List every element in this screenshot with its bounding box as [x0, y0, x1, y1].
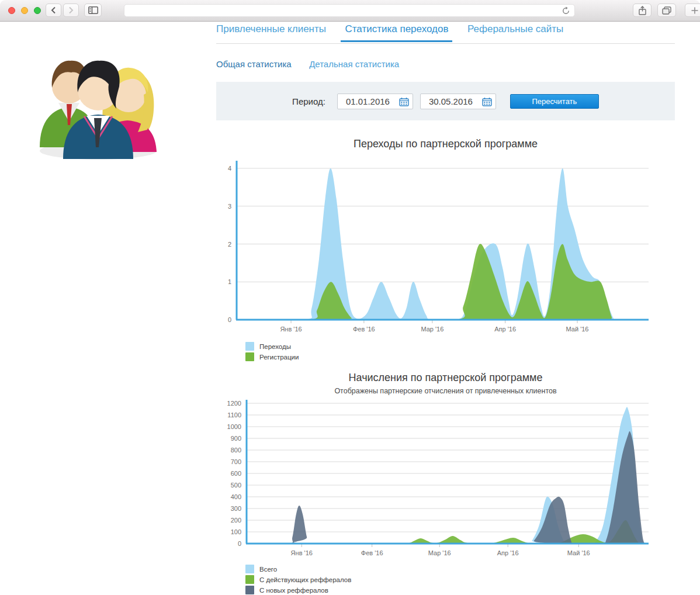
chevron-left-icon: [51, 6, 56, 14]
recalculate-button[interactable]: Пересчитать: [510, 94, 599, 109]
svg-text:200: 200: [231, 517, 241, 524]
period-bar: Период:: [216, 82, 675, 120]
svg-text:Апр '16: Апр '16: [497, 549, 519, 556]
share-button[interactable]: [633, 4, 652, 17]
legend-item: Переходы: [245, 342, 299, 351]
conversions-chart-legend: Переходы Регистрации: [245, 342, 299, 363]
svg-text:Май '16: Май '16: [566, 326, 589, 333]
refresh-icon[interactable]: [562, 6, 570, 15]
accruals-chart-title: Начисления по партнерской программе: [216, 372, 675, 384]
svg-text:Май '16: Май '16: [567, 549, 590, 556]
legend-swatch-green: [245, 352, 254, 361]
share-icon: [639, 6, 646, 15]
legend-swatch-blue: [245, 565, 254, 573]
close-icon[interactable]: [8, 7, 15, 14]
svg-text:800: 800: [231, 447, 241, 454]
legend-swatch-dark: [245, 586, 254, 594]
tab-referral-sites[interactable]: Реферальные сайты: [467, 23, 563, 42]
accruals-chart-subtitle: Отображены партнерские отчисления от при…: [216, 387, 675, 395]
back-button[interactable]: [46, 4, 61, 17]
svg-text:500: 500: [231, 482, 241, 489]
sidebar-icon: [88, 6, 98, 14]
svg-text:900: 900: [231, 435, 241, 442]
conversions-chart-title: Переходы по партнерской программе: [216, 138, 675, 150]
tab-overview-button[interactable]: [657, 4, 676, 17]
users-illustration: [28, 34, 162, 162]
svg-text:Мар '16: Мар '16: [421, 326, 443, 333]
svg-text:300: 300: [231, 505, 241, 512]
main-tabs: Привлеченные клиенты Статистика переходо…: [216, 23, 675, 44]
new-tab-button[interactable]: [685, 4, 700, 17]
url-input[interactable]: [129, 5, 552, 17]
legend-item: С новых реффералов: [245, 586, 351, 594]
svg-text:Фев '16: Фев '16: [353, 326, 375, 333]
svg-text:1200: 1200: [227, 400, 241, 407]
legend-swatch-blue: [245, 342, 254, 351]
address-bar[interactable]: [124, 4, 575, 17]
svg-text:2: 2: [228, 241, 231, 248]
plus-icon: [691, 7, 698, 14]
subtab-detailed-statistics[interactable]: Детальная статистика: [309, 59, 399, 69]
svg-text:1000: 1000: [227, 423, 241, 430]
svg-text:1100: 1100: [227, 411, 241, 418]
sidebar-button[interactable]: [84, 4, 102, 17]
chevron-right-icon: [68, 6, 74, 14]
svg-text:0: 0: [238, 540, 241, 547]
accruals-chart: 0100200300400500600700800900100011001200…: [216, 399, 675, 559]
svg-text:1: 1: [228, 278, 231, 285]
svg-text:700: 700: [231, 458, 241, 465]
calendar-icon[interactable]: [399, 97, 409, 106]
tab-attracted-clients[interactable]: Привлеченные клиенты: [216, 23, 326, 42]
sub-tabs: Общая статистика Детальная статистика: [216, 59, 414, 70]
svg-text:100: 100: [231, 528, 241, 535]
svg-text:3: 3: [228, 203, 231, 210]
subtab-general-statistics[interactable]: Общая статистика: [216, 59, 292, 69]
tab-conversion-statistics[interactable]: Статистика переходов: [345, 23, 448, 42]
legend-item: Всего: [245, 565, 351, 573]
minimize-icon[interactable]: [21, 7, 28, 14]
svg-text:Янв '16: Янв '16: [291, 549, 313, 556]
legend-item: Регистрации: [245, 352, 299, 361]
conversions-chart: 01234Янв '16Фев '16Мар '16Апр '16Май '16: [216, 155, 675, 337]
svg-text:Мар '16: Мар '16: [428, 549, 451, 556]
zoom-icon[interactable]: [34, 7, 41, 14]
browser-chrome: [0, 0, 700, 22]
calendar-icon[interactable]: [482, 97, 492, 106]
svg-text:Фев '16: Фев '16: [361, 549, 383, 556]
svg-text:Янв '16: Янв '16: [280, 326, 302, 333]
legend-swatch-green: [245, 575, 254, 584]
legend-item: С действующих реффералов: [245, 575, 351, 584]
svg-text:400: 400: [231, 493, 241, 500]
period-label: Период:: [292, 96, 325, 106]
browser-window: Привлеченные клиенты Статистика переходо…: [0, 0, 700, 595]
svg-text:Апр '16: Апр '16: [494, 326, 516, 333]
tab-overview-icon: [662, 6, 671, 15]
accruals-chart-legend: Всего С действующих реффералов С новых р…: [245, 565, 351, 595]
svg-text:600: 600: [231, 470, 241, 477]
svg-text:4: 4: [228, 165, 231, 172]
forward-button[interactable]: [63, 4, 79, 17]
svg-text:0: 0: [228, 316, 231, 323]
